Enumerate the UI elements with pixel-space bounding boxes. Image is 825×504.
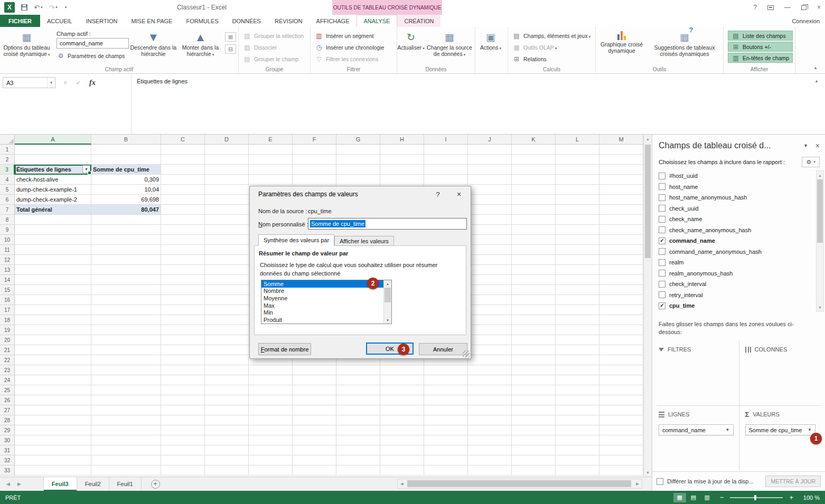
cell-M25[interactable]: [599, 385, 643, 395]
field-headers-toggle[interactable]: ▥En-têtes de champ: [728, 53, 793, 63]
cell-M19[interactable]: [599, 325, 643, 335]
cell-B8[interactable]: [91, 215, 161, 225]
row-header-26[interactable]: 26: [0, 395, 15, 405]
cell-I29[interactable]: [424, 425, 468, 435]
row-header-20[interactable]: 20: [0, 335, 15, 345]
cell-K21[interactable]: [512, 345, 556, 355]
cell-G23[interactable]: [336, 365, 380, 375]
cell-E28[interactable]: [249, 415, 293, 425]
cell-A17[interactable]: [15, 305, 91, 315]
cell-B3[interactable]: Somme de cpu_time: [91, 165, 161, 175]
cell-K26[interactable]: [512, 395, 556, 405]
field-item-realm[interactable]: realm: [659, 257, 813, 268]
field-item-host_name_anonymous_hash[interactable]: host_name_anonymous_hash: [659, 192, 813, 203]
column-header-a[interactable]: A: [15, 135, 91, 145]
cell-K29[interactable]: [512, 425, 556, 435]
row-header-5[interactable]: 5: [0, 185, 15, 195]
help-icon[interactable]: ?: [753, 4, 757, 11]
cell-D18[interactable]: [205, 315, 249, 325]
field-item-host_name[interactable]: host_name: [659, 182, 813, 193]
cell-M10[interactable]: [599, 235, 643, 245]
tab-formules[interactable]: FORMULES: [179, 15, 225, 27]
column-header-e[interactable]: E: [249, 135, 293, 145]
calc-option-moyenne[interactable]: Moyenne: [261, 294, 391, 302]
cell-F29[interactable]: [293, 425, 336, 435]
cell-B7[interactable]: 80,047: [91, 205, 161, 215]
cell-J2[interactable]: [468, 155, 512, 165]
field-item-cpu_time[interactable]: cpu_time: [659, 300, 813, 311]
row-labels-filter-icon[interactable]: ▼: [82, 165, 90, 173]
cell-M29[interactable]: [599, 425, 643, 435]
columns-area[interactable]: COLONNES: [739, 340, 821, 405]
cell-C8[interactable]: [161, 215, 205, 225]
field-list-scroll-up-icon[interactable]: ▲: [817, 171, 823, 179]
cell-B1[interactable]: [91, 145, 161, 155]
insert-timeline-button[interactable]: ◷Insérer une chronologie: [315, 42, 384, 53]
sheet-tab-feuil3[interactable]: Feuil3: [43, 477, 77, 491]
row-header-19[interactable]: 19: [0, 325, 15, 335]
cell-A3[interactable]: Étiquettes de lignes▼: [15, 165, 91, 175]
cell-M1[interactable]: [599, 145, 643, 155]
cell-E31[interactable]: [249, 445, 293, 455]
cell-K4[interactable]: [512, 175, 556, 185]
cell-C5[interactable]: [161, 185, 205, 195]
tab-révision[interactable]: RÉVISION: [268, 15, 310, 27]
connexion-link[interactable]: Connexion: [792, 15, 820, 27]
select-all-corner[interactable]: [0, 135, 15, 145]
cell-C28[interactable]: [161, 415, 205, 425]
cell-D25[interactable]: [205, 385, 249, 395]
cell-J14[interactable]: [468, 275, 512, 285]
calc-option-max[interactable]: Max: [261, 302, 391, 309]
row-header-9[interactable]: 9: [0, 225, 15, 235]
cell-M7[interactable]: [599, 205, 643, 215]
cell-C18[interactable]: [161, 315, 205, 325]
cell-J24[interactable]: [468, 375, 512, 385]
cell-B27[interactable]: [91, 405, 161, 415]
cell-K20[interactable]: [512, 335, 556, 345]
cell-K6[interactable]: [512, 195, 556, 205]
cell-B5[interactable]: 10,04: [91, 185, 161, 195]
cell-D23[interactable]: [205, 365, 249, 375]
cell-C20[interactable]: [161, 335, 205, 345]
cell-J20[interactable]: [468, 335, 512, 345]
row-header-23[interactable]: 23: [0, 365, 15, 375]
cell-G30[interactable]: [336, 435, 380, 445]
cell-A27[interactable]: [15, 405, 91, 415]
cell-J18[interactable]: [468, 315, 512, 325]
field-checkbox-check_name_anonymous_hash[interactable]: [659, 226, 665, 233]
number-format-button[interactable]: Format de nombre: [258, 343, 311, 355]
cell-H29[interactable]: [380, 425, 424, 435]
row-header-24[interactable]: 24: [0, 375, 15, 385]
zoom-in-icon[interactable]: +: [789, 493, 793, 501]
collapse-formula-bar-icon[interactable]: ▲: [814, 79, 819, 83]
cell-D28[interactable]: [205, 415, 249, 425]
cell-C24[interactable]: [161, 375, 205, 385]
cell-E23[interactable]: [249, 365, 293, 375]
cell-A15[interactable]: [15, 285, 91, 295]
cell-M15[interactable]: [599, 285, 643, 295]
cell-H30[interactable]: [380, 435, 424, 445]
cell-K18[interactable]: [512, 315, 556, 325]
cell-J21[interactable]: [468, 345, 512, 355]
cell-M17[interactable]: [599, 305, 643, 315]
cell-M32[interactable]: [599, 455, 643, 465]
cell-L29[interactable]: [556, 425, 599, 435]
field-item-check_interval[interactable]: check_interval: [659, 279, 813, 290]
cell-J6[interactable]: [468, 195, 512, 205]
sheet-tab-feuil2[interactable]: Feuil2: [77, 477, 109, 491]
row-header-32[interactable]: 32: [0, 455, 15, 465]
field-item-retry_interval[interactable]: retry_interval: [659, 290, 813, 301]
column-header-h[interactable]: H: [380, 135, 424, 145]
cell-D8[interactable]: [205, 215, 249, 225]
cell-A4[interactable]: check-host-alive: [15, 175, 91, 185]
field-list-toggle[interactable]: ▤Liste des champs: [728, 31, 793, 41]
page-break-view-icon[interactable]: ▥: [701, 493, 714, 502]
cell-I32[interactable]: [424, 455, 468, 465]
calc-option-produit[interactable]: Produit: [261, 316, 391, 324]
cell-L11[interactable]: [556, 245, 599, 255]
restore-icon[interactable]: [801, 5, 807, 10]
cell-M26[interactable]: [599, 395, 643, 405]
cell-B29[interactable]: [91, 425, 161, 435]
tab-analyse[interactable]: ANALYSE: [357, 15, 398, 27]
cell-M12[interactable]: [599, 255, 643, 265]
